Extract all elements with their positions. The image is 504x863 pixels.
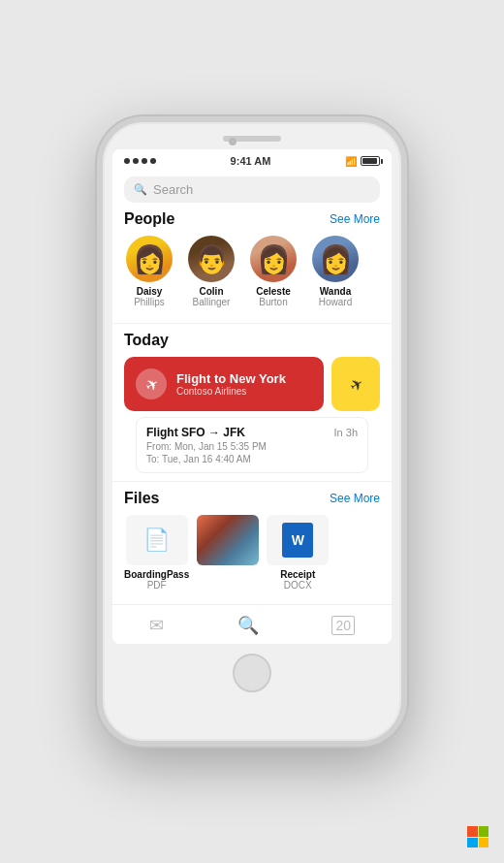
- people-row: Daisy Phillips Colin Ballinger Celeste B…: [124, 236, 380, 315]
- phone-screen: 9:41 AM 📶 🔍 Search People See More D: [112, 149, 392, 644]
- person-colin[interactable]: Colin Ballinger: [186, 236, 236, 307]
- status-time: 9:41 AM: [231, 155, 271, 167]
- person-wanda[interactable]: Wanda Howard: [310, 236, 361, 307]
- flight-in-time: In 3h: [334, 427, 358, 438]
- files-row: 📄 BoardingPass PDF W Receipt: [124, 515, 380, 591]
- flight-detail-card[interactable]: Flight SFO → JFK In 3h From: Mon, Jan 15…: [136, 417, 368, 473]
- avatar-daisy: [126, 236, 173, 282]
- divider-2: [112, 481, 392, 482]
- flight-from: From: Mon, Jan 15 5:35 PM: [146, 441, 358, 452]
- person-daisy-first: Daisy: [137, 286, 163, 297]
- battery-icon: [361, 156, 380, 166]
- file-thumb-receipt: W: [267, 515, 329, 565]
- signal-bars: [124, 158, 156, 164]
- calendar-icon: 20: [331, 616, 355, 635]
- person-celeste-last: Burton: [259, 297, 287, 307]
- tab-search[interactable]: 🔍: [226, 613, 270, 638]
- flight-card-subtitle: Contoso Airlines: [176, 386, 286, 397]
- person-celeste-first: Celeste: [256, 286, 291, 297]
- person-wanda-last: Howard: [319, 297, 352, 307]
- person-celeste[interactable]: Celeste Burton: [248, 236, 299, 307]
- today-title: Today: [124, 332, 169, 349]
- plane-icon-yellow: ✈: [346, 373, 366, 396]
- status-icons: 📶: [345, 156, 380, 167]
- flight-card-title: Flight to New York: [176, 371, 286, 386]
- today-cards: ✈ Flight to New York Contoso Airlines ✈: [124, 357, 380, 411]
- search-icon: 🔍: [134, 183, 147, 196]
- today-header: Today: [124, 332, 380, 349]
- avatar-colin: [188, 236, 235, 282]
- person-colin-last: Ballinger: [193, 297, 231, 307]
- flight-card-text: Flight to New York Contoso Airlines: [176, 371, 286, 397]
- flight-card-main[interactable]: ✈ Flight to New York Contoso Airlines: [124, 357, 324, 411]
- today-section: Today ✈ Flight to New York Contoso Airli…: [112, 332, 392, 473]
- files-title: Files: [124, 490, 159, 507]
- status-bar: 9:41 AM 📶: [112, 149, 392, 171]
- file-name-receipt: Receipt: [280, 569, 315, 580]
- phone-camera: [229, 138, 236, 145]
- tab-bar: ✉ 🔍 20: [112, 604, 392, 644]
- files-header: Files See More: [124, 490, 380, 507]
- file-thumb-boarding: 📄: [126, 515, 188, 565]
- home-button[interactable]: [233, 654, 271, 692]
- avatar-wanda: [312, 236, 359, 282]
- people-header: People See More: [124, 210, 380, 228]
- flight-to: To: Tue, Jan 16 4:40 AM: [146, 454, 358, 464]
- file-boarding-pass[interactable]: 📄 BoardingPass PDF: [124, 515, 189, 591]
- plane-icon-symbol: ✈: [142, 373, 162, 396]
- photo-thumbnail: [197, 515, 259, 565]
- person-wanda-first: Wanda: [320, 286, 351, 297]
- files-see-more[interactable]: See More: [330, 492, 380, 505]
- file-type-boarding: PDF: [147, 580, 167, 591]
- flight-route: Flight SFO → JFK: [146, 426, 245, 439]
- file-photo[interactable]: [197, 515, 259, 591]
- flight-card-partial[interactable]: ✈: [331, 357, 380, 411]
- search-bar[interactable]: 🔍 Search: [124, 176, 380, 203]
- avatar-celeste: [250, 236, 297, 282]
- file-receipt[interactable]: W Receipt DOCX: [267, 515, 329, 591]
- wifi-icon: 📶: [345, 156, 357, 167]
- person-colin-first: Colin: [200, 286, 224, 297]
- person-daisy[interactable]: Daisy Phillips: [124, 236, 174, 307]
- pdf-icon: 📄: [143, 527, 170, 553]
- people-section: People See More Daisy Phillips Colin Bal…: [112, 210, 392, 315]
- tab-calendar[interactable]: 20: [320, 614, 366, 637]
- plane-icon: ✈: [136, 368, 167, 400]
- person-daisy-last: Phillips: [134, 297, 165, 307]
- divider-1: [112, 323, 392, 324]
- phone-frame: 9:41 AM 📶 🔍 Search People See More D: [97, 116, 407, 747]
- people-title: People: [124, 210, 174, 228]
- mail-icon: ✉: [149, 615, 164, 636]
- people-see-more[interactable]: See More: [330, 212, 380, 226]
- search-placeholder: Search: [153, 182, 193, 197]
- file-type-receipt: DOCX: [284, 580, 312, 591]
- file-thumb-photo: [197, 515, 259, 565]
- search-tab-icon: 🔍: [237, 615, 259, 636]
- tab-mail[interactable]: ✉: [138, 613, 175, 638]
- word-icon: W: [282, 523, 313, 558]
- file-name-boarding: BoardingPass: [124, 569, 189, 580]
- files-section: Files See More 📄 BoardingPass PDF: [112, 490, 392, 591]
- watermark: [467, 826, 488, 847]
- flight-detail-row: Flight SFO → JFK In 3h: [146, 426, 358, 439]
